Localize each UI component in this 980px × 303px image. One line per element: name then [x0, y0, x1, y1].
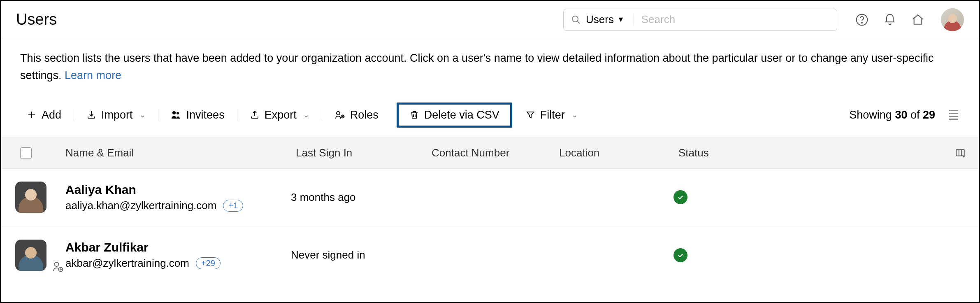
col-signin: Last Sign In	[296, 147, 432, 159]
separator	[322, 109, 322, 121]
svg-point-15	[55, 262, 59, 266]
column-config-button[interactable]	[941, 148, 966, 158]
filter-label: Filter	[540, 109, 565, 121]
caret-down-icon: ▼	[617, 15, 625, 24]
filter-icon	[525, 110, 535, 120]
page-title: Users	[16, 11, 57, 28]
filter-button[interactable]: Filter ⌄	[519, 106, 584, 124]
roles-icon	[334, 110, 345, 120]
svg-point-7	[176, 112, 179, 114]
import-label: Import	[101, 109, 133, 121]
user-email: aaliya.khan@zylkertraining.com	[65, 199, 216, 212]
col-location: Location	[559, 147, 678, 159]
status-cell	[673, 190, 941, 204]
export-label: Export	[265, 109, 297, 121]
user-avatar[interactable]	[15, 240, 46, 271]
showing-total: 29	[923, 109, 935, 121]
showing-of: of	[907, 109, 923, 121]
import-icon	[86, 110, 96, 120]
table-header: Name & Email Last Sign In Contact Number…	[1, 138, 979, 169]
svg-point-0	[572, 16, 578, 22]
export-button[interactable]: Export ⌄	[243, 106, 316, 124]
description-text: This section lists the users that have b…	[20, 52, 934, 82]
chevron-down-icon: ⌄	[303, 110, 309, 119]
select-all-checkbox[interactable]	[20, 147, 32, 159]
profile-avatar[interactable]	[941, 8, 964, 31]
alias-count-badge[interactable]: +29	[196, 257, 221, 269]
separator	[74, 109, 74, 121]
home-icon[interactable]	[910, 12, 926, 28]
last-signin: Never signed in	[291, 249, 427, 261]
svg-point-8	[337, 112, 340, 115]
search-input[interactable]	[641, 13, 829, 26]
separator	[158, 109, 158, 121]
add-button[interactable]: Add	[20, 106, 68, 124]
delete-via-csv-button[interactable]: Delete via CSV	[397, 103, 512, 128]
trash-icon	[409, 110, 419, 120]
learn-more-link[interactable]: Learn more	[65, 69, 121, 82]
svg-line-1	[577, 21, 580, 23]
svg-point-3	[862, 22, 862, 23]
table-row: Aaliya Khan aaliya.khan@zylkertraining.c…	[1, 169, 979, 226]
status-active-icon	[673, 190, 687, 204]
invitees-button[interactable]: Invitees	[164, 106, 231, 124]
alias-count-badge[interactable]: +1	[223, 200, 243, 212]
svg-point-6	[172, 111, 176, 114]
status-active-icon	[673, 248, 687, 262]
showing-number: 30	[895, 109, 907, 121]
col-status: Status	[678, 147, 941, 159]
user-avatar[interactable]	[15, 182, 46, 213]
page-description: This section lists the users that have b…	[1, 38, 979, 84]
chevron-down-icon: ⌄	[571, 110, 578, 119]
invitees-label: Invitees	[186, 109, 225, 121]
delete-via-csv-label: Delete via CSV	[424, 109, 499, 121]
svg-rect-12	[956, 149, 964, 156]
search-scope-label: Users	[586, 13, 614, 26]
status-cell	[673, 248, 941, 262]
bell-icon[interactable]	[882, 12, 898, 28]
user-name-link[interactable]: Aaliya Khan	[65, 183, 291, 197]
roles-label: Roles	[350, 109, 379, 121]
density-toggle[interactable]	[947, 108, 960, 121]
columns-icon	[955, 148, 966, 158]
separator	[237, 109, 237, 121]
plus-icon	[27, 110, 37, 120]
search-scope-dropdown[interactable]: Users ▼	[581, 14, 634, 26]
import-button[interactable]: Import ⌄	[80, 106, 152, 124]
global-search[interactable]: Users ▼	[563, 9, 837, 31]
help-icon[interactable]	[854, 12, 870, 28]
invitees-icon	[171, 110, 181, 120]
col-contact: Contact Number	[432, 147, 559, 159]
admin-badge-icon	[51, 260, 64, 273]
export-icon	[250, 110, 260, 120]
chevron-down-icon: ⌄	[139, 110, 146, 119]
roles-button[interactable]: Roles	[328, 106, 385, 124]
table-row: Akbar Zulfikar akbar@zylkertraining.com …	[1, 226, 979, 284]
col-name: Name & Email	[65, 147, 296, 159]
add-label: Add	[42, 109, 61, 121]
showing-prefix: Showing	[849, 109, 895, 121]
last-signin: 3 months ago	[291, 191, 427, 204]
user-email: akbar@zylkertraining.com	[65, 257, 189, 270]
search-icon	[571, 15, 581, 25]
user-name-link[interactable]: Akbar Zulfikar	[65, 240, 291, 254]
showing-count: Showing 30 of 29	[849, 109, 935, 121]
